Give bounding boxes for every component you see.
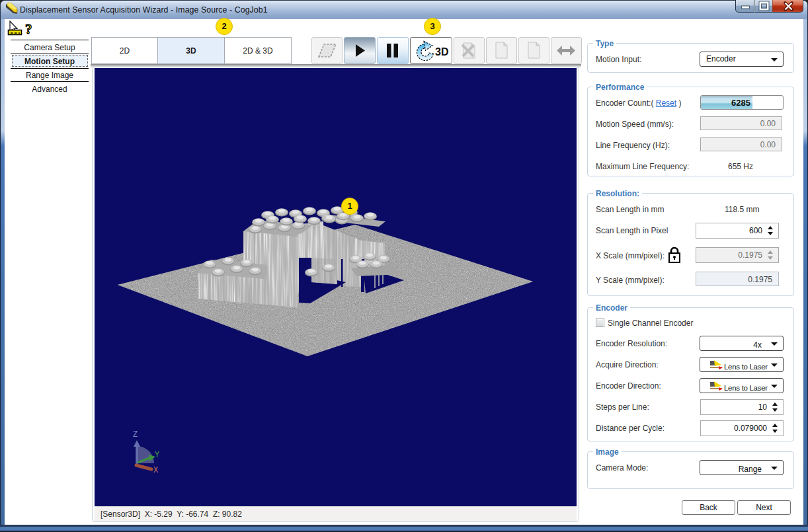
svg-text:?: ? [25, 21, 32, 36]
svg-text:3D: 3D [435, 46, 448, 57]
svg-text:Y: Y [155, 451, 159, 460]
svg-text:X: X [153, 466, 158, 475]
svg-text:Z: Z [133, 430, 138, 439]
